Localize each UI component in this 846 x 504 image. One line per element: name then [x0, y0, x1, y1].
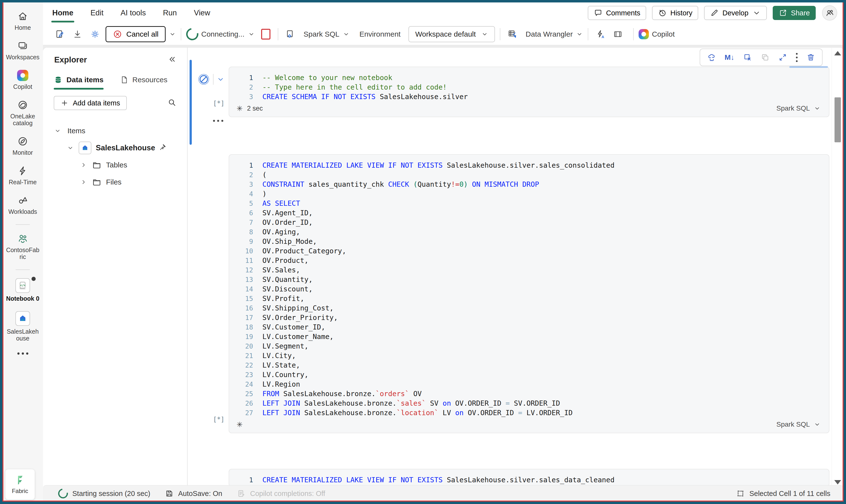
- code-line: 23LV.Country,: [229, 370, 824, 379]
- more-icon[interactable]: [796, 53, 798, 62]
- menu-tab-ai-tools[interactable]: AI tools: [121, 8, 146, 17]
- data-wrangler-label[interactable]: Data Wrangler: [526, 30, 573, 38]
- cell-language-selector[interactable]: Spark SQL: [776, 420, 824, 428]
- scroll-down-arrow[interactable]: [834, 480, 841, 485]
- line-number: 15: [229, 294, 262, 303]
- develop-button[interactable]: Develop: [704, 6, 766, 20]
- cancel-icon: [113, 29, 122, 39]
- autoformat-button[interactable]: A: [593, 27, 607, 41]
- collapse-panel-button[interactable]: [168, 55, 176, 65]
- history-button[interactable]: History: [652, 6, 698, 20]
- code-editor[interactable]: 1CREATE MATERIALIZED LAKE VIEW IF NOT EX…: [229, 475, 824, 485]
- delete-icon[interactable]: [807, 53, 815, 62]
- scrollbar-thumb[interactable]: [834, 97, 841, 142]
- tree-label: Tables: [106, 161, 127, 169]
- scroll-up-arrow[interactable]: [834, 51, 841, 55]
- gear-icon: [90, 29, 100, 39]
- rail-item-workloads[interactable]: Workloads: [4, 195, 41, 215]
- rail-item-onelake-catalog[interactable]: OneLake catalog: [4, 99, 41, 126]
- save-button[interactable]: [53, 27, 67, 41]
- pin-icon[interactable]: [159, 144, 166, 152]
- cancel-all-button[interactable]: Cancel all: [105, 26, 166, 42]
- rail-item-contosofabric[interactable]: ContosoFabric: [4, 233, 41, 260]
- session-dropdown-chevron[interactable]: [248, 31, 255, 38]
- expand-icon[interactable]: [778, 53, 787, 62]
- tab-data-items[interactable]: Data items: [54, 75, 104, 90]
- rail-item-home[interactable]: Home: [4, 11, 41, 31]
- rail-item-label: Real-Time: [9, 179, 37, 185]
- cancel-run-icon[interactable]: [197, 73, 210, 86]
- copilot-button-label[interactable]: Copilot: [652, 30, 674, 38]
- session-status[interactable]: Starting session (20 sec): [58, 489, 150, 498]
- language-selector-label[interactable]: Spark SQL: [304, 30, 340, 38]
- code-text: LV.Region: [262, 379, 300, 389]
- fabric-home-button[interactable]: Fabric: [5, 469, 35, 500]
- code-line: 26LEFT JOIN SalesLakehouse.bronze.`sales…: [229, 399, 824, 408]
- rail-more-button[interactable]: [17, 353, 28, 355]
- tree-row-files[interactable]: Files: [43, 174, 187, 191]
- tree-row-items[interactable]: Items: [43, 122, 187, 139]
- code-cell-3[interactable]: 1CREATE MATERIALIZED LAKE VIEW IF NOT EX…: [229, 469, 829, 487]
- rail-item-workspaces[interactable]: Workspaces: [4, 40, 41, 60]
- code-text: OV.Aging,: [262, 227, 300, 237]
- markdown-icon[interactable]: [725, 53, 735, 61]
- autosave-status[interactable]: AutoSave: On: [165, 489, 222, 498]
- rail-item-label: Home: [15, 24, 31, 31]
- export-download-button[interactable]: [70, 27, 85, 41]
- chevron-down-icon: [54, 127, 61, 134]
- code-text: CONSTRAINT sales_quantity_chk CHECK (Qua…: [262, 180, 539, 189]
- code-editor[interactable]: 1CREATE MATERIALIZED LAKE VIEW IF NOT EX…: [229, 161, 824, 418]
- line-number: 11: [229, 256, 262, 265]
- rail-item-saleslakehouse[interactable]: SalesLakehouse: [4, 311, 41, 342]
- settings-gear-button[interactable]: [88, 27, 102, 41]
- language-dropdown-chevron[interactable]: [343, 31, 350, 38]
- code-line: 6SV.Agent_ID,: [229, 208, 824, 218]
- cancel-all-dropdown-chevron[interactable]: [169, 31, 176, 38]
- cell-language-selector[interactable]: Spark SQL: [776, 105, 824, 112]
- rail-item-notebook-0[interactable]: </> Notebook 0: [4, 278, 41, 302]
- vertical-scrollbar[interactable]: [832, 48, 844, 488]
- folder-icon: [92, 160, 102, 170]
- menu-tab-view[interactable]: View: [194, 8, 210, 17]
- code-line: 3CREATE SCHEMA IF NOT EXISTS SalesLakeho…: [229, 92, 824, 102]
- code-line: 25FROM SalesLakehouse.bronze.`orders` OV: [229, 389, 824, 399]
- rail-item-monitor[interactable]: Monitor: [4, 136, 41, 156]
- code-cell-2[interactable]: [*] 1CREATE MATERIALIZED LAKE VIEW IF NO…: [229, 154, 829, 433]
- code-editor[interactable]: 1-- Welcome to your new notebook2-- Type…: [229, 73, 824, 102]
- rail-item-copilot[interactable]: Copilot: [4, 70, 41, 90]
- code-text: SV.Sales,: [262, 265, 300, 275]
- tab-resources[interactable]: Resources: [120, 75, 167, 90]
- code-cell-1[interactable]: [*] 1-- Welcome to your new notebook2-- …: [229, 67, 829, 117]
- tree-row-saleslakehouse[interactable]: SalesLakehouse: [43, 139, 187, 157]
- menu-tab-edit[interactable]: Edit: [90, 8, 103, 17]
- share-button[interactable]: Share: [773, 6, 816, 20]
- comments-button[interactable]: Comments: [588, 6, 646, 20]
- history-clock-icon: [658, 8, 667, 17]
- layout-panel-button[interactable]: [611, 27, 625, 41]
- comment-icon: [594, 8, 602, 17]
- copy-icon[interactable]: [761, 53, 770, 62]
- add-cell-more-button[interactable]: [213, 120, 223, 122]
- tree-row-tables[interactable]: Tables: [43, 157, 187, 174]
- copilot-icon[interactable]: [707, 53, 716, 62]
- search-button[interactable]: [168, 98, 176, 108]
- execution-count: [*]: [213, 100, 225, 107]
- menu-tab-run[interactable]: Run: [163, 8, 177, 17]
- clear-cell-icon[interactable]: [743, 53, 752, 62]
- rail-item-real-time[interactable]: Real-Time: [4, 165, 41, 185]
- data-wrangler-chevron[interactable]: [576, 31, 583, 38]
- environment-selector[interactable]: Workspace default: [409, 26, 495, 42]
- code-text: CREATE MATERIALIZED LAKE VIEW IF NOT EXI…: [262, 161, 615, 170]
- run-options-chevron[interactable]: [217, 75, 225, 84]
- main-column: Home Edit AI tools Run View Comments His…: [43, 2, 844, 502]
- add-data-items-button[interactable]: Add data items: [54, 96, 127, 110]
- line-number: 5: [229, 199, 262, 208]
- comments-label: Comments: [606, 9, 640, 17]
- rail-divider: [16, 269, 30, 270]
- code-text: FROM SalesLakehouse.bronze.`orders` OV: [262, 389, 422, 399]
- menu-tab-home[interactable]: Home: [52, 8, 73, 17]
- stop-session-button[interactable]: [261, 29, 271, 39]
- copilot-completions-status[interactable]: Copilot completions: Off: [237, 489, 325, 498]
- code-line: 16SV.Shipping_Cost,: [229, 303, 824, 313]
- account-avatar[interactable]: [822, 5, 837, 20]
